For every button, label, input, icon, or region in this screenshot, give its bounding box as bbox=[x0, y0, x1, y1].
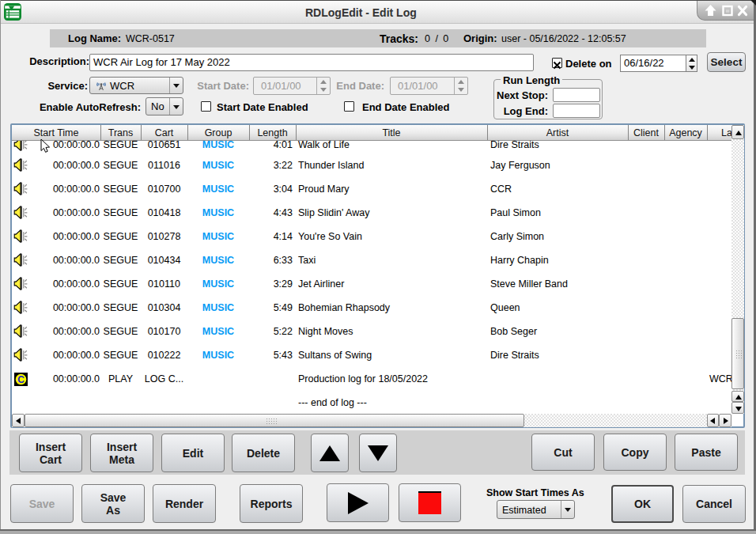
svg-text:C: C bbox=[17, 374, 25, 385]
